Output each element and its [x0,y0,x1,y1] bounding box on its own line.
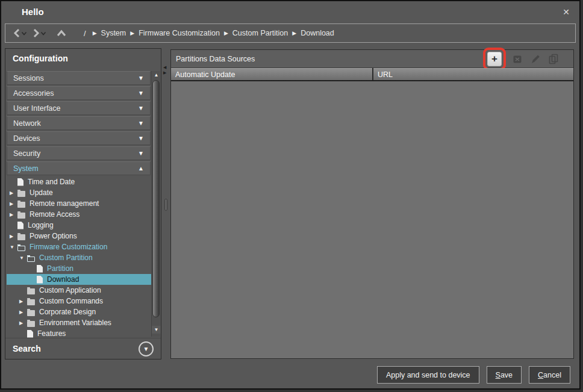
expander-icon: ▶ [10,212,17,217]
navigation-bar: / ▶ System ▶ Firmware Customization ▶ Cu… [5,23,576,43]
tree-item-remote-management[interactable]: ▶ Remote management [7,198,151,209]
title-bar: Hello ✕ [1,1,579,23]
configuration-sidebar: Configuration Sessions ▼ Accessories ▼ U… [5,48,161,359]
category-accordion: Sessions ▼ Accessories ▼ User Interface … [7,71,151,176]
chevron-right-icon [32,28,40,39]
tree-item-custom-application[interactable]: Custom Application [7,285,151,296]
expand-arrow-icon: ▲ [138,165,144,172]
copy-icon [547,53,560,65]
file-icon [17,222,23,229]
tree-item-logging[interactable]: Logging [7,220,151,231]
breadcrumb-item-download[interactable]: Download [301,29,334,37]
expander-icon: ▼ [10,244,17,250]
main-panel: Partitions Data Sources + [170,49,574,359]
sidebar-title: Configuration [13,54,68,63]
sidebar-item-network[interactable]: Network ▼ [7,116,151,130]
tree-item-firmware-customization[interactable]: ▼ Firmware Customization [7,241,151,252]
folder-icon [17,202,25,208]
scrollbar-thumb[interactable] [152,80,160,317]
system-tree: Time and Date ▶ Update ▶ Remote manageme… [7,176,151,339]
plus-icon: + [491,54,497,64]
back-history-dropdown[interactable] [21,25,27,41]
back-button[interactable] [13,25,21,41]
splitter-grip[interactable] [164,199,167,211]
collapse-arrow-icon: ▼ [138,135,144,142]
window-title: Hello [22,7,44,17]
breadcrumb-root[interactable]: / [84,29,86,38]
breadcrumb-separator-icon: ▶ [130,30,134,36]
sidebar-item-sessions[interactable]: Sessions ▼ [7,71,151,85]
panel-header: Partitions Data Sources + [171,50,573,68]
delete-button[interactable] [511,52,524,66]
breadcrumb-item-custom-partition[interactable]: Custom Partition [232,29,288,37]
cancel-button[interactable]: Cancel [529,366,570,384]
collapse-arrow-icon: ▼ [138,105,144,111]
collapse-arrow-icon: ▼ [138,75,144,81]
collapse-arrow-icon: ▼ [138,150,144,157]
tree-item-environment-variables[interactable]: ▶ Environment Variables [7,317,151,328]
sidebar-item-user-interface[interactable]: User Interface ▼ [7,101,151,115]
caret-down-icon [21,31,27,36]
caret-down-icon [40,31,46,36]
datasource-table-body[interactable] [171,82,573,358]
collapse-left-icon[interactable]: ◀ [163,65,166,69]
expander-icon: ▼ [19,255,27,261]
folder-icon [27,299,35,305]
folder-open-icon [17,246,25,251]
collapse-arrow-icon: ▼ [138,90,144,96]
tree-item-corporate-design[interactable]: ▶ Corporate Design [7,306,151,317]
folder-icon [27,321,35,327]
folder-icon [27,310,35,316]
pencil-icon [529,53,541,65]
sidebar-scrollbar[interactable]: ▲ ▼ [151,71,160,337]
folder-icon [17,213,25,219]
expander-icon: ▶ [19,310,27,315]
scroll-up-icon[interactable]: ▲ [152,71,161,79]
edit-button[interactable] [529,52,542,66]
breadcrumb-separator-icon: ▶ [292,30,296,36]
tree-item-custom-commands[interactable]: ▶ Custom Commands [7,296,151,306]
breadcrumb-item-system[interactable]: System [101,29,126,37]
panel-splitter[interactable]: ◀ ▶ [161,48,170,359]
close-icon[interactable]: ✕ [560,6,572,18]
column-header-automatic-update[interactable]: Automatic Update [171,68,372,80]
forward-history-dropdown[interactable] [40,25,46,41]
tree-item-time-and-date[interactable]: Time and Date [7,176,151,187]
apply-and-send-button[interactable]: Apply and send to device [377,366,479,384]
tree-item-power-options[interactable]: ▶ Power Options [7,231,151,241]
forward-button[interactable] [32,25,40,41]
sidebar-item-accessories[interactable]: Accessories ▼ [7,86,151,100]
expander-icon: ▶ [19,299,27,304]
chevron-down-icon: ▼ [143,346,149,352]
scroll-down-icon[interactable]: ▼ [152,326,161,334]
breadcrumb-separator-icon: ▶ [224,30,228,36]
search-expand-button[interactable]: ▼ [139,341,154,356]
save-button[interactable]: Save [487,366,522,384]
tree-item-remote-access[interactable]: ▶ Remote Access [7,209,151,220]
collapse-arrow-icon: ▼ [138,120,144,126]
collapse-right-icon[interactable]: ▶ [163,70,166,75]
folder-icon [27,288,35,294]
add-button[interactable]: + [487,52,502,66]
delete-icon [511,53,523,65]
sidebar-item-devices[interactable]: Devices ▼ [7,131,151,145]
copy-button[interactable] [547,52,560,66]
file-icon [27,330,33,338]
tree-item-download[interactable]: Download [7,274,151,285]
setup-window: Hello ✕ / ▶ System ▶ Firmware Customizat… [0,0,581,390]
panel-title: Partitions Data Sources [176,55,255,63]
up-level-button[interactable] [56,25,67,41]
search-section: Search ▼ [5,338,161,359]
folder-icon [17,191,25,197]
breadcrumb-item-firmware-customization[interactable]: Firmware Customization [139,29,220,37]
sidebar-item-security[interactable]: Security ▼ [7,146,151,160]
datasource-toolbar: + [483,48,569,70]
tree-item-update[interactable]: ▶ Update [7,187,151,198]
chevron-up-icon [56,29,67,37]
tree-item-partition[interactable]: Partition [7,263,151,274]
expander-icon: ▶ [10,201,17,207]
sidebar-item-system[interactable]: System ▲ [7,161,151,175]
file-icon [37,276,43,284]
tree-item-custom-partition[interactable]: ▼ Custom Partition [7,252,151,263]
column-header-url[interactable]: URL [373,68,573,80]
